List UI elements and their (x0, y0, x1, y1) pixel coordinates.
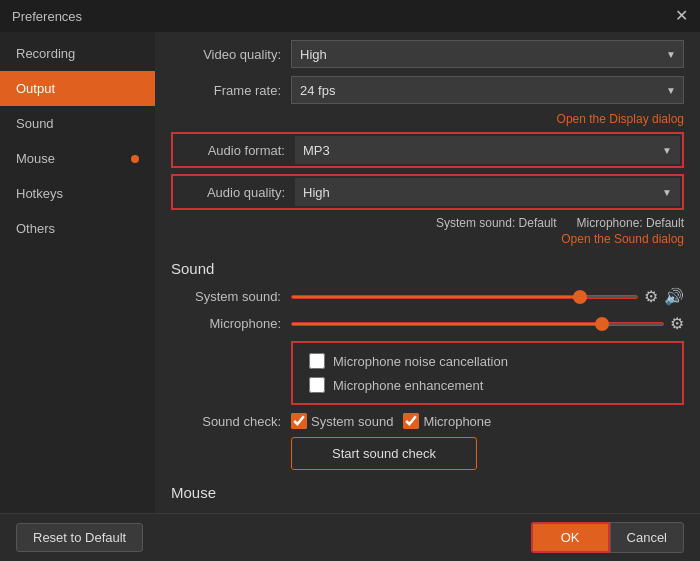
audio-quality-label: Audio quality: (175, 185, 285, 200)
audio-format-select[interactable]: MP3 (295, 136, 680, 164)
audio-format-label: Audio format: (175, 143, 285, 158)
system-sound-check-item: System sound (291, 413, 393, 429)
cancel-button[interactable]: Cancel (610, 522, 684, 553)
audio-quality-row: Audio quality: High (171, 174, 684, 210)
microphone-enhancement-row: Microphone enhancement (309, 377, 666, 393)
system-sound-slider[interactable] (291, 295, 638, 299)
audio-quality-select-wrapper: High (295, 178, 680, 206)
preferences-window: Preferences ✕ Recording Output Sound Mou… (0, 0, 700, 561)
title-bar: Preferences ✕ (0, 0, 700, 32)
frame-rate-select[interactable]: 24 fps (291, 76, 684, 104)
sidebar-item-recording[interactable]: Recording (0, 36, 155, 71)
video-quality-label: Video quality: (171, 47, 281, 62)
audio-format-row: Audio format: MP3 (171, 132, 684, 168)
sidebar-item-sound[interactable]: Sound (0, 106, 155, 141)
noise-cancellation-label: Microphone noise cancellation (333, 354, 508, 369)
sidebar-item-others[interactable]: Others (0, 211, 155, 246)
video-quality-row: Video quality: High (171, 40, 684, 68)
frame-rate-row: Frame rate: 24 fps (171, 76, 684, 104)
reset-to-default-button[interactable]: Reset to Default (16, 523, 143, 552)
open-display-dialog-link[interactable]: Open the Display dialog (171, 112, 684, 126)
microphone-slider-container: ⚙ (291, 314, 684, 333)
system-sound-check-checkbox[interactable] (291, 413, 307, 429)
ok-cancel-group: OK Cancel (531, 522, 684, 553)
system-sound-slider-row: System sound: ⚙ 🔊 (171, 287, 684, 306)
system-sound-volume-icon[interactable]: 🔊 (664, 287, 684, 306)
sound-section-title: Sound (171, 260, 684, 277)
window-title: Preferences (12, 9, 82, 24)
sidebar: Recording Output Sound Mouse Hotkeys Oth… (0, 32, 155, 513)
frame-rate-select-wrapper: 24 fps (291, 76, 684, 104)
content-area: Video quality: High Frame rate: 24 fps (155, 32, 700, 513)
sidebar-item-recording-label: Recording (16, 46, 75, 61)
microphone-slider[interactable] (291, 322, 664, 326)
microphone-options-section: Microphone noise cancellation Microphone… (291, 341, 684, 405)
noise-cancellation-row: Microphone noise cancellation (309, 353, 666, 369)
sidebar-item-hotkeys-label: Hotkeys (16, 186, 63, 201)
audio-quality-select[interactable]: High (295, 178, 680, 206)
microphone-status: Microphone: Default (577, 216, 684, 230)
sidebar-item-hotkeys[interactable]: Hotkeys (0, 176, 155, 211)
open-sound-dialog-link[interactable]: Open the Sound dialog (171, 232, 684, 246)
system-sound-gear-icon[interactable]: ⚙ (644, 287, 658, 306)
microphone-enhancement-checkbox[interactable] (309, 377, 325, 393)
sidebar-item-mouse-label: Mouse (16, 151, 55, 166)
system-sound-status: System sound: Default (436, 216, 557, 230)
close-button[interactable]: ✕ (675, 8, 688, 24)
frame-rate-label: Frame rate: (171, 83, 281, 98)
sidebar-item-sound-label: Sound (16, 116, 54, 131)
microphone-gear-icon[interactable]: ⚙ (670, 314, 684, 333)
sidebar-item-output[interactable]: Output (0, 71, 155, 106)
system-sound-slider-container: ⚙ 🔊 (291, 287, 684, 306)
ok-button[interactable]: OK (531, 522, 610, 553)
video-quality-select[interactable]: High (291, 40, 684, 68)
microphone-enhancement-label: Microphone enhancement (333, 378, 483, 393)
start-sound-check-button[interactable]: Start sound check (291, 437, 477, 470)
system-sound-check-label: System sound (311, 414, 393, 429)
noise-cancellation-checkbox[interactable] (309, 353, 325, 369)
system-sound-slider-label: System sound: (171, 289, 281, 304)
microphone-check-label: Microphone (423, 414, 491, 429)
sidebar-item-mouse[interactable]: Mouse (0, 141, 155, 176)
microphone-slider-row: Microphone: ⚙ (171, 314, 684, 333)
mouse-section-title: Mouse (171, 484, 684, 501)
microphone-check-item: Microphone (403, 413, 491, 429)
mouse-dot-indicator (131, 155, 139, 163)
sound-check-row: Sound check: System sound Microphone (171, 413, 684, 429)
audio-status-row: System sound: Default Microphone: Defaul… (171, 216, 684, 230)
audio-format-select-wrapper: MP3 (295, 136, 680, 164)
sidebar-item-output-label: Output (16, 81, 55, 96)
sidebar-item-others-label: Others (16, 221, 55, 236)
video-quality-select-wrapper: High (291, 40, 684, 68)
microphone-check-checkbox[interactable] (403, 413, 419, 429)
bottom-bar: Reset to Default OK Cancel (0, 513, 700, 561)
sound-check-label: Sound check: (171, 414, 281, 429)
main-layout: Recording Output Sound Mouse Hotkeys Oth… (0, 32, 700, 513)
microphone-slider-label: Microphone: (171, 316, 281, 331)
